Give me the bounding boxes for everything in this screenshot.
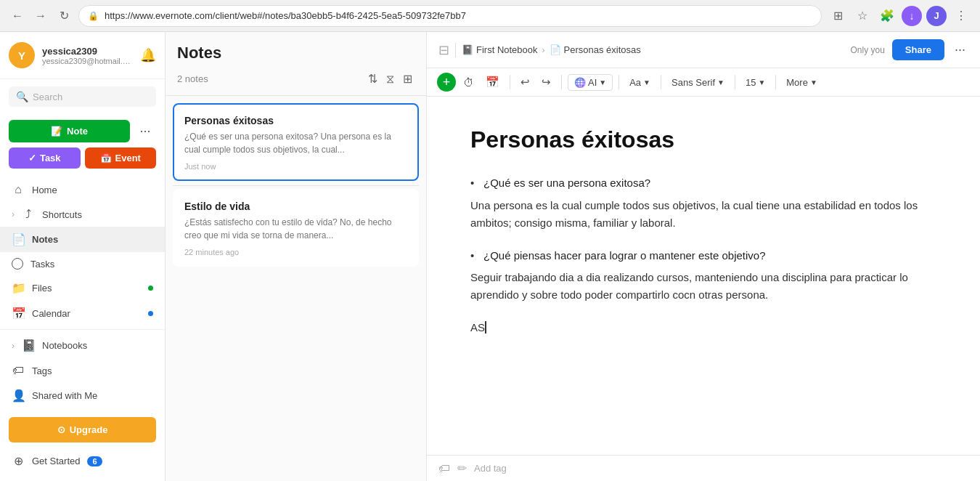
more-toolbar-button[interactable]: More ▼ bbox=[782, 74, 822, 91]
menu-button[interactable]: ⋮ bbox=[951, 6, 971, 26]
sidebar-item-shortcuts[interactable]: › ⤴ Shortcuts bbox=[0, 202, 165, 227]
topbar-actions: Only you Share ··· bbox=[850, 39, 968, 60]
toolbar-separator-2 bbox=[561, 75, 562, 89]
notes-toolbar: ⇅ ⧖ ⊞ bbox=[366, 70, 415, 88]
note-time-1: Just now bbox=[184, 162, 407, 171]
nav-divider bbox=[0, 329, 165, 330]
notification-bell-icon[interactable]: 🔔 bbox=[140, 47, 156, 63]
add-tag-label[interactable]: Add tag bbox=[474, 463, 507, 474]
toolbar-separator-4 bbox=[661, 75, 661, 89]
search-box[interactable]: 🔍 Search bbox=[9, 86, 156, 107]
font-size-number-button[interactable]: 15 ▼ bbox=[741, 74, 769, 91]
new-event-button[interactable]: 📅 Event bbox=[85, 147, 157, 169]
search-icon: 🔍 bbox=[16, 91, 28, 102]
note-body[interactable]: ¿Qué es ser una persona exitosa? Una per… bbox=[470, 174, 936, 337]
profile-name: yessica2309 bbox=[42, 46, 133, 57]
cursor-line[interactable]: AS bbox=[470, 318, 936, 337]
nav-notebooks-label: Notebooks bbox=[42, 340, 153, 351]
answer-1: Una persona es la cual cumple todos sus … bbox=[470, 197, 936, 232]
note-breadcrumb-icon: 📄 bbox=[550, 44, 561, 55]
breadcrumb-note: 📄 Personas éxitosas bbox=[550, 44, 641, 55]
new-note-button[interactable]: 📝 Note bbox=[9, 120, 130, 142]
tag-icon[interactable]: 🏷 bbox=[438, 462, 450, 475]
note-more-button[interactable]: ··· bbox=[134, 118, 156, 143]
forward-button[interactable]: → bbox=[32, 7, 49, 25]
quick-actions: ✓ Task 📅 Event bbox=[0, 147, 165, 174]
nav-shortcuts-label: Shortcuts bbox=[42, 209, 153, 220]
new-task-button[interactable]: ✓ Task bbox=[9, 147, 81, 169]
browser-chrome: ← → ↻ 🔒 https://www.evernote.com/client/… bbox=[0, 0, 980, 32]
sidebar-item-tasks[interactable]: Tasks bbox=[0, 252, 165, 275]
search-placeholder: Search bbox=[33, 92, 62, 102]
font-family-button[interactable]: Sans Serif ▼ bbox=[667, 74, 729, 91]
extension-button[interactable]: 🧩 bbox=[877, 6, 897, 26]
refresh-button[interactable]: ↻ bbox=[55, 7, 73, 25]
note-card-2[interactable]: Estilo de vida ¿Estás satisfecho con tu … bbox=[173, 189, 419, 267]
sidebar-item-notes[interactable]: 📄 Notes bbox=[0, 227, 165, 252]
note-breadcrumb-label: Personas éxitosas bbox=[564, 44, 641, 55]
sort-button[interactable]: ⇅ bbox=[366, 70, 380, 88]
sidebar-item-home[interactable]: ⌂ Home bbox=[0, 177, 165, 202]
clock-button[interactable]: ⏱ bbox=[459, 73, 478, 92]
sidebar-item-files[interactable]: 📁 Files bbox=[0, 275, 165, 301]
action-buttons: 📝 Note ··· bbox=[0, 114, 165, 147]
shortcuts-chevron-icon: › bbox=[12, 209, 15, 219]
nav-notes-label: Notes bbox=[32, 234, 153, 245]
sidebar-item-tags[interactable]: 🏷 Tags bbox=[0, 358, 165, 383]
notes-panel-title: Notes bbox=[177, 44, 415, 62]
get-started-item[interactable]: ⊕ Get Started 6 bbox=[0, 448, 165, 474]
calendar-toolbar-button[interactable]: 📅 bbox=[481, 73, 504, 92]
notes-meta: 2 notes ⇅ ⧖ ⊞ bbox=[177, 70, 415, 88]
back-button[interactable]: ← bbox=[9, 7, 26, 25]
font-family-chevron-icon: ▼ bbox=[717, 78, 724, 86]
bookmark-button[interactable]: ☆ bbox=[852, 6, 873, 26]
nav-tasks-label: Tasks bbox=[30, 259, 153, 270]
sidebar-toggle-icon[interactable]: ⊟ bbox=[438, 42, 449, 58]
ai-chevron-icon: ▼ bbox=[599, 78, 606, 86]
notebooks-icon: 📓 bbox=[22, 339, 35, 352]
topbar-more-button[interactable]: ··· bbox=[952, 39, 968, 60]
notebooks-chevron-icon: › bbox=[12, 341, 15, 351]
sidebar-item-notebooks[interactable]: › 📓 Notebooks bbox=[0, 333, 165, 358]
cursor-text: AS bbox=[470, 321, 485, 334]
toolbar-separator-1 bbox=[510, 75, 510, 89]
upgrade-button[interactable]: ⊙ Upgrade bbox=[9, 417, 156, 442]
calendar-icon: 📅 bbox=[12, 307, 25, 320]
url-bar[interactable]: 🔒 https://www.evernote.com/client/web#/n… bbox=[78, 5, 822, 27]
notes-panel: Notes 2 notes ⇅ ⧖ ⊞ Personas éxitosas ¿Q… bbox=[166, 32, 427, 481]
breadcrumb-notebook[interactable]: 📓 First Notebook bbox=[462, 44, 538, 55]
user-avatar[interactable]: J bbox=[926, 6, 947, 26]
upgrade-icon: ⊙ bbox=[57, 424, 65, 435]
editor-toolbar: + ⏱ 📅 ↩ ↪ 🌐 AI ▼ Aa ▼ Sans Serif ▼ bbox=[427, 68, 980, 97]
redo-button[interactable]: ↪ bbox=[537, 73, 555, 92]
task-icon: ✓ bbox=[28, 153, 36, 163]
notes-divider bbox=[173, 185, 419, 186]
filter-button[interactable]: ⧖ bbox=[384, 70, 396, 88]
extensions-button[interactable]: ⊞ bbox=[828, 6, 848, 26]
files-dot bbox=[148, 286, 153, 291]
note-card-1[interactable]: Personas éxitosas ¿Qué es ser una person… bbox=[173, 103, 419, 181]
notes-list: Personas éxitosas ¿Qué es ser una person… bbox=[166, 96, 426, 481]
editor-footer: 🏷 ✏ Add tag bbox=[427, 455, 980, 481]
font-size-aa-button[interactable]: Aa ▼ bbox=[625, 74, 655, 91]
sidebar-item-calendar[interactable]: 📅 Calendar bbox=[0, 301, 165, 326]
nav-home-label: Home bbox=[32, 185, 153, 195]
more-chevron-icon: ▼ bbox=[810, 78, 817, 86]
undo-button[interactable]: ↩ bbox=[516, 73, 534, 92]
note-title: Personas éxitosas bbox=[470, 126, 936, 153]
note-preview-2: ¿Estás satisfecho con tu estilo de vida?… bbox=[184, 216, 407, 242]
footer-pencil-icon[interactable]: ✏ bbox=[457, 461, 467, 475]
sidebar-item-shared[interactable]: 👤 Shared with Me bbox=[0, 383, 165, 408]
only-you-label: Only you bbox=[850, 45, 884, 55]
view-button[interactable]: ⊞ bbox=[401, 70, 415, 88]
editor-topbar: ⊟ 📓 First Notebook › 📄 Personas éxitosas… bbox=[427, 32, 980, 68]
toolbar-separator-5 bbox=[735, 75, 735, 89]
files-icon: 📁 bbox=[12, 281, 25, 295]
notes-header: Notes 2 notes ⇅ ⧖ ⊞ bbox=[166, 32, 426, 96]
profile-avatar[interactable]: Y bbox=[9, 42, 35, 68]
share-button[interactable]: Share bbox=[892, 39, 944, 60]
ai-button[interactable]: 🌐 AI ▼ bbox=[568, 74, 613, 91]
add-content-button[interactable]: + bbox=[437, 73, 456, 92]
profile-email: yessica2309@hotmail.com bbox=[42, 57, 133, 65]
editor-content[interactable]: Personas éxitosas ¿Qué es ser una person… bbox=[427, 97, 980, 455]
